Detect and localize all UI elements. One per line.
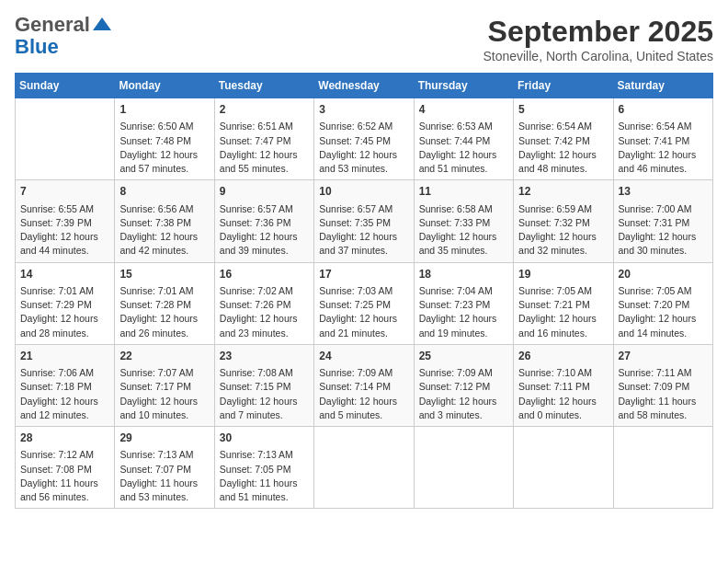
calendar-cell: 10Sunrise: 6:57 AMSunset: 7:35 PMDayligh…: [314, 180, 414, 262]
calendar-header-saturday: Saturday: [613, 74, 712, 98]
calendar-cell: 13Sunrise: 7:00 AMSunset: 7:31 PMDayligh…: [613, 180, 712, 262]
day-info-line: Sunrise: 7:09 AM: [419, 366, 508, 380]
calendar-cell: 22Sunrise: 7:07 AMSunset: 7:17 PMDayligh…: [115, 344, 214, 426]
calendar-header-tuesday: Tuesday: [214, 74, 313, 98]
day-info-line: and 53 minutes.: [119, 490, 209, 504]
day-info-line: Sunset: 7:29 PM: [20, 298, 109, 312]
day-info-line: and 39 minutes.: [220, 244, 309, 258]
day-info-line: Daylight: 12 hours: [119, 148, 209, 162]
calendar-cell: 30Sunrise: 7:13 AMSunset: 7:05 PMDayligh…: [214, 427, 313, 509]
calendar-cell: 9Sunrise: 6:57 AMSunset: 7:36 PMDaylight…: [214, 180, 313, 262]
day-info-line: Sunrise: 7:07 AM: [119, 366, 209, 380]
day-info-line: and 28 minutes.: [20, 327, 109, 340]
calendar-cell: 6Sunrise: 6:54 AMSunset: 7:41 PMDaylight…: [613, 98, 712, 180]
day-number: 13: [619, 184, 708, 200]
logo-general-text: General: [15, 15, 90, 35]
day-info-line: Daylight: 12 hours: [20, 230, 109, 244]
day-info-line: Sunset: 7:18 PM: [20, 380, 109, 394]
day-info-line: Daylight: 12 hours: [220, 395, 309, 408]
day-info-line: and 3 minutes.: [419, 408, 508, 422]
day-info-line: Sunrise: 7:02 AM: [220, 284, 309, 298]
day-info-line: Daylight: 12 hours: [518, 395, 608, 408]
day-number: 2: [220, 102, 309, 118]
day-number: 4: [419, 102, 508, 118]
day-info-line: Daylight: 12 hours: [319, 312, 408, 326]
day-info-line: and 51 minutes.: [419, 162, 508, 176]
day-info-line: Sunrise: 7:13 AM: [220, 448, 309, 462]
day-info-line: and 56 minutes.: [20, 490, 109, 504]
day-info-line: and 5 minutes.: [319, 408, 408, 422]
day-info-line: Sunrise: 7:05 AM: [619, 284, 708, 298]
day-info-line: Sunset: 7:28 PM: [119, 298, 209, 312]
day-info-line: Daylight: 12 hours: [20, 395, 109, 408]
day-number: 28: [20, 431, 109, 446]
calendar-week-row: 21Sunrise: 7:06 AMSunset: 7:18 PMDayligh…: [16, 344, 713, 426]
day-number: 20: [619, 267, 708, 282]
day-info-line: Sunrise: 7:04 AM: [419, 284, 508, 298]
day-info-line: Sunrise: 7:06 AM: [20, 366, 109, 380]
day-info-line: Daylight: 12 hours: [119, 395, 209, 408]
calendar-cell: 26Sunrise: 7:10 AMSunset: 7:11 PMDayligh…: [514, 344, 613, 426]
header: General Blue September 2025 Stoneville, …: [15, 15, 713, 63]
day-number: 8: [119, 184, 209, 200]
day-info-line: and 44 minutes.: [20, 244, 109, 258]
day-info-line: Sunset: 7:17 PM: [119, 380, 209, 394]
calendar-cell: 19Sunrise: 7:05 AMSunset: 7:21 PMDayligh…: [514, 262, 613, 344]
day-info-line: Daylight: 12 hours: [220, 312, 309, 326]
day-info-line: Daylight: 12 hours: [319, 230, 408, 244]
day-info-line: and 7 minutes.: [220, 408, 309, 422]
day-info-line: Sunset: 7:21 PM: [518, 298, 608, 312]
day-info-line: Sunrise: 7:00 AM: [619, 202, 708, 216]
day-info-line: Sunrise: 7:03 AM: [319, 284, 408, 298]
day-info-line: Sunset: 7:05 PM: [220, 463, 309, 477]
calendar-header-friday: Friday: [514, 74, 613, 98]
day-info-line: Sunrise: 7:09 AM: [319, 366, 408, 380]
logo: General Blue: [15, 15, 111, 59]
location-title: Stoneville, North Carolina, United State…: [483, 49, 713, 63]
calendar-table: SundayMondayTuesdayWednesdayThursdayFrid…: [15, 73, 713, 509]
calendar-cell: 1Sunrise: 6:50 AMSunset: 7:48 PMDaylight…: [115, 98, 214, 180]
day-info-line: Sunset: 7:45 PM: [319, 134, 408, 148]
day-info-line: Sunrise: 6:54 AM: [619, 120, 708, 133]
day-number: 24: [319, 349, 408, 364]
day-info-line: Daylight: 12 hours: [220, 148, 309, 162]
calendar-cell: 24Sunrise: 7:09 AMSunset: 7:14 PMDayligh…: [314, 344, 414, 426]
calendar-cell: 2Sunrise: 6:51 AMSunset: 7:47 PMDaylight…: [214, 98, 313, 180]
day-info-line: Sunset: 7:41 PM: [619, 134, 708, 148]
day-info-line: Sunset: 7:15 PM: [220, 380, 309, 394]
calendar-week-row: 28Sunrise: 7:12 AMSunset: 7:08 PMDayligh…: [16, 427, 713, 509]
day-info-line: and 32 minutes.: [518, 244, 608, 258]
day-info-line: Sunset: 7:11 PM: [518, 380, 608, 394]
day-info-line: Daylight: 12 hours: [119, 312, 209, 326]
calendar-cell: 27Sunrise: 7:11 AMSunset: 7:09 PMDayligh…: [613, 344, 712, 426]
day-info-line: Sunrise: 7:08 AM: [220, 366, 309, 380]
day-info-line: Sunrise: 6:59 AM: [518, 202, 608, 216]
day-info-line: and 53 minutes.: [319, 162, 408, 176]
day-info-line: Sunrise: 7:05 AM: [518, 284, 608, 298]
day-info-line: and 23 minutes.: [220, 327, 309, 340]
logo-triangle-icon: [93, 17, 111, 30]
day-info-line: Sunset: 7:44 PM: [419, 134, 508, 148]
calendar-week-row: 1Sunrise: 6:50 AMSunset: 7:48 PMDaylight…: [16, 98, 713, 180]
calendar-cell: 21Sunrise: 7:06 AMSunset: 7:18 PMDayligh…: [16, 344, 115, 426]
day-number: 27: [619, 349, 708, 364]
day-info-line: Sunrise: 7:12 AM: [20, 448, 109, 462]
day-info-line: Daylight: 12 hours: [419, 312, 508, 326]
day-info-line: Sunrise: 6:57 AM: [220, 202, 309, 216]
day-info-line: and 16 minutes.: [518, 327, 608, 340]
calendar-header-monday: Monday: [115, 74, 214, 98]
day-info-line: Sunset: 7:35 PM: [319, 216, 408, 230]
day-number: 29: [119, 431, 209, 446]
calendar-cell: 25Sunrise: 7:09 AMSunset: 7:12 PMDayligh…: [414, 344, 513, 426]
day-info-line: Sunrise: 6:51 AM: [220, 120, 309, 133]
day-info-line: Daylight: 12 hours: [619, 312, 708, 326]
day-info-line: and 19 minutes.: [419, 327, 508, 340]
day-info-line: Sunset: 7:39 PM: [20, 216, 109, 230]
calendar-cell: [514, 427, 613, 509]
day-info-line: Sunset: 7:26 PM: [220, 298, 309, 312]
month-title: September 2025: [483, 15, 713, 49]
calendar-cell: 5Sunrise: 6:54 AMSunset: 7:42 PMDaylight…: [514, 98, 613, 180]
day-info-line: Sunset: 7:36 PM: [220, 216, 309, 230]
day-info-line: Sunrise: 6:52 AM: [319, 120, 408, 133]
calendar-cell: 23Sunrise: 7:08 AMSunset: 7:15 PMDayligh…: [214, 344, 313, 426]
